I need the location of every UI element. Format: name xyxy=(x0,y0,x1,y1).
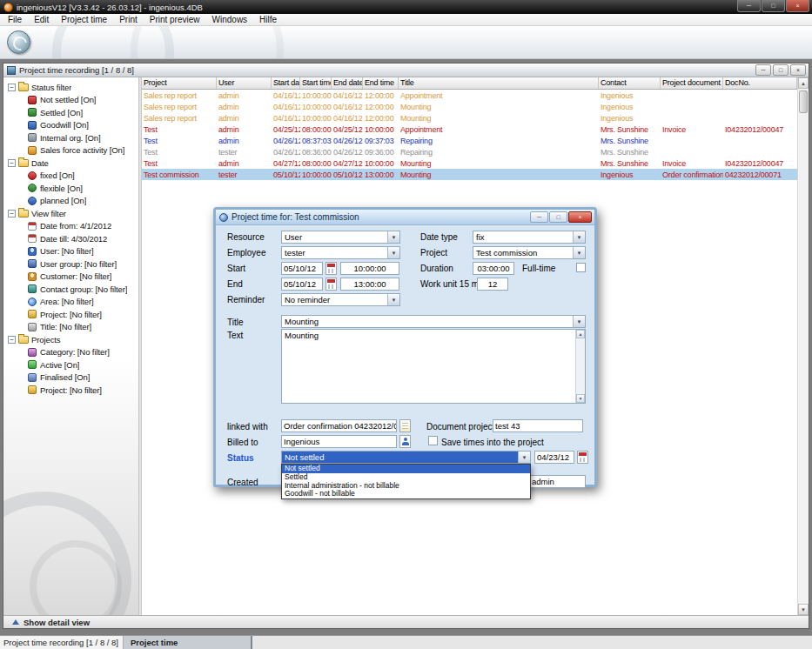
collapse-icon[interactable]: − xyxy=(8,210,16,217)
calendar-icon[interactable] xyxy=(577,451,588,464)
table-row[interactable]: Sales rep reportadmin04/16/1210:00:0004/… xyxy=(142,90,797,101)
minimize-button[interactable]: ─ xyxy=(737,0,761,12)
column-header-docno[interactable]: DocNo. xyxy=(723,77,797,89)
tree-item-goodwill-on[interactable]: Goodwill [On] xyxy=(3,119,138,132)
menu-file[interactable]: File xyxy=(2,14,28,26)
chevron-down-icon[interactable]: ▼ xyxy=(387,247,399,258)
dropdown-option-goodwill-not-billable[interactable]: Goodwill - not billable xyxy=(282,490,530,498)
fulltime-checkbox[interactable] xyxy=(576,263,586,272)
scroll-down-icon[interactable]: ▼ xyxy=(576,394,585,403)
scroll-up-icon[interactable]: ▲ xyxy=(576,330,585,338)
menu-windows[interactable]: Windows xyxy=(206,14,254,26)
calendar-icon[interactable] xyxy=(325,278,337,291)
tree-item-date-till-4-30-2012[interactable]: Date till: 4/30/2012 xyxy=(3,232,138,245)
tree-item-finalised-on[interactable]: Finalised [On] xyxy=(3,371,138,385)
menu-hilfe[interactable]: Hilfe xyxy=(253,14,283,26)
dialog-close-button[interactable]: × xyxy=(568,211,592,223)
tree-item-date-from-4-1-2012[interactable]: Date from: 4/1/2012 xyxy=(3,220,138,233)
document-project-input[interactable]: test 43 xyxy=(493,419,583,432)
table-row[interactable]: Testtester04/26/1208:36:0004/26/1209:36:… xyxy=(142,146,797,157)
tree-item-user-group-no-filter[interactable]: User group: [No filter] xyxy=(3,258,138,271)
text-area[interactable]: Mounting ▲ ▼ xyxy=(281,329,586,404)
scroll-down-icon[interactable]: ▼ xyxy=(798,604,809,615)
end-date-input[interactable]: 05/10/12 xyxy=(281,278,323,291)
menu-print[interactable]: Print xyxy=(113,14,144,26)
show-detail-view-bar[interactable]: Show detail view xyxy=(3,615,809,628)
tree-item-project-no-filter[interactable]: Project: [No filter] xyxy=(3,384,138,397)
tree-item-project-no-filter[interactable]: Project: [No filter] xyxy=(3,308,138,321)
textarea-scrollbar[interactable]: ▲ ▼ xyxy=(575,330,585,403)
tree-group-status-filter[interactable]: −Status filter xyxy=(3,81,138,94)
column-header-project[interactable]: Project xyxy=(142,77,217,89)
table-row[interactable]: Sales rep reportadmin04/16/1210:00:0004/… xyxy=(142,101,797,112)
tab-project-time[interactable]: Project time xyxy=(124,636,252,649)
person-icon[interactable] xyxy=(399,435,411,448)
vertical-scrollbar[interactable]: ▲ ▼ xyxy=(797,77,809,615)
tree-item-flexible-on[interactable]: flexible [On] xyxy=(3,182,138,195)
menu-edit[interactable]: Edit xyxy=(28,14,55,26)
column-header-contact[interactable]: Contact xyxy=(599,77,661,89)
dialog-maximize-button[interactable]: □ xyxy=(549,211,567,223)
resource-select[interactable]: User ▼ xyxy=(281,231,400,244)
created-by-input[interactable]: admin xyxy=(529,475,586,488)
tree-item-planned-on[interactable]: planned [On] xyxy=(3,195,138,208)
status-date-input[interactable]: 04/23/12 xyxy=(534,451,574,464)
scroll-up-icon[interactable]: ▲ xyxy=(798,77,809,89)
column-header-start-date[interactable]: Start date xyxy=(272,77,300,89)
menu-project-time[interactable]: Project time xyxy=(55,14,113,26)
billed-to-input[interactable]: Ingenious xyxy=(281,435,397,448)
tree-item-fixed-on[interactable]: fixed [On] xyxy=(3,170,138,183)
dropdown-option-not-settled[interactable]: Not settled xyxy=(282,465,530,473)
column-header-title[interactable]: Title xyxy=(399,77,599,89)
status-select[interactable]: Not settled ▼ xyxy=(281,451,531,464)
column-header-end-time[interactable]: End time xyxy=(363,77,399,89)
tree-item-area-no-filter[interactable]: Area: [No filter] xyxy=(3,296,138,309)
chevron-down-icon[interactable]: ▼ xyxy=(387,231,399,243)
work-unit-input[interactable]: 12 xyxy=(477,278,508,291)
tree-group-view-filter[interactable]: −View filter xyxy=(3,207,138,220)
tree-item-category-no-filter[interactable]: Category: [No filter] xyxy=(3,346,138,359)
table-row[interactable]: Testadmin04/25/1208:00:0004/25/1210:00:0… xyxy=(142,124,797,135)
maximize-button[interactable]: □ xyxy=(762,0,785,12)
tree-item-settled-on[interactable]: Settled [On] xyxy=(3,106,138,119)
tree-group-date[interactable]: −Date xyxy=(3,157,138,170)
chevron-down-icon[interactable]: ▼ xyxy=(573,247,585,258)
dropdown-option-internal-administration-not-billable[interactable]: Internal administration - not billable xyxy=(282,482,530,491)
table-row[interactable]: Sales rep reportadmin04/16/1210:00:0004/… xyxy=(142,112,797,124)
chevron-down-icon[interactable]: ▼ xyxy=(573,231,585,243)
tree-item-contact-group-no-filter[interactable]: Contact group: [No filter] xyxy=(3,283,138,296)
title-select[interactable]: Mounting ▼ xyxy=(281,315,586,328)
collapse-icon[interactable]: − xyxy=(8,159,16,167)
start-date-input[interactable]: 05/10/12 xyxy=(281,262,323,275)
save-times-checkbox[interactable] xyxy=(428,436,438,445)
linked-with-input[interactable]: Order confirmation 04232012/000 xyxy=(281,419,397,432)
reminder-select[interactable]: No reminder ▼ xyxy=(281,293,400,306)
child-close-button[interactable]: × xyxy=(790,64,806,76)
child-minimize-button[interactable]: ─ xyxy=(755,64,771,76)
tree-item-active-on[interactable]: Active [On] xyxy=(3,358,138,371)
tree-item-customer-no-filter[interactable]: Customer: [No filter] xyxy=(3,271,138,284)
chevron-down-icon[interactable]: ▼ xyxy=(518,452,530,463)
calendar-icon[interactable] xyxy=(325,262,337,275)
table-row[interactable]: Testadmin04/26/1208:37:0304/26/1209:37:0… xyxy=(142,135,797,146)
date-type-select[interactable]: fix ▼ xyxy=(473,231,586,244)
close-button[interactable]: × xyxy=(786,0,809,12)
menu-print-preview[interactable]: Print preview xyxy=(144,14,206,26)
employee-select[interactable]: tester ▼ xyxy=(281,246,400,259)
column-header-end-date[interactable]: End date xyxy=(332,77,363,89)
column-header-user[interactable]: User xyxy=(217,77,272,89)
column-header-project-document[interactable]: Project document xyxy=(661,77,723,89)
table-row[interactable]: Test commissiontester05/10/1210:00:0005/… xyxy=(142,169,797,180)
tree-item-internal-org-on[interactable]: Internal org. [On] xyxy=(3,131,138,144)
chevron-down-icon[interactable]: ▼ xyxy=(387,294,399,305)
tree-item-not-settled-on[interactable]: Not settled [On] xyxy=(3,94,138,107)
end-time-input[interactable]: 13:00:00 xyxy=(340,278,399,291)
duration-input[interactable]: 03:00:00 xyxy=(473,262,514,275)
document-icon[interactable] xyxy=(399,419,411,432)
tree-item-sales-force-activity-on[interactable]: Sales force activity [On] xyxy=(3,144,138,157)
start-time-input[interactable]: 10:00:00 xyxy=(340,262,399,275)
collapse-icon[interactable]: − xyxy=(8,336,16,344)
tree-item-user-no-filter[interactable]: User: [No filter] xyxy=(3,245,138,258)
dialog-minimize-button[interactable]: ─ xyxy=(530,211,548,223)
table-row[interactable]: Testadmin04/27/1208:00:0004/27/1210:00:0… xyxy=(142,157,797,169)
